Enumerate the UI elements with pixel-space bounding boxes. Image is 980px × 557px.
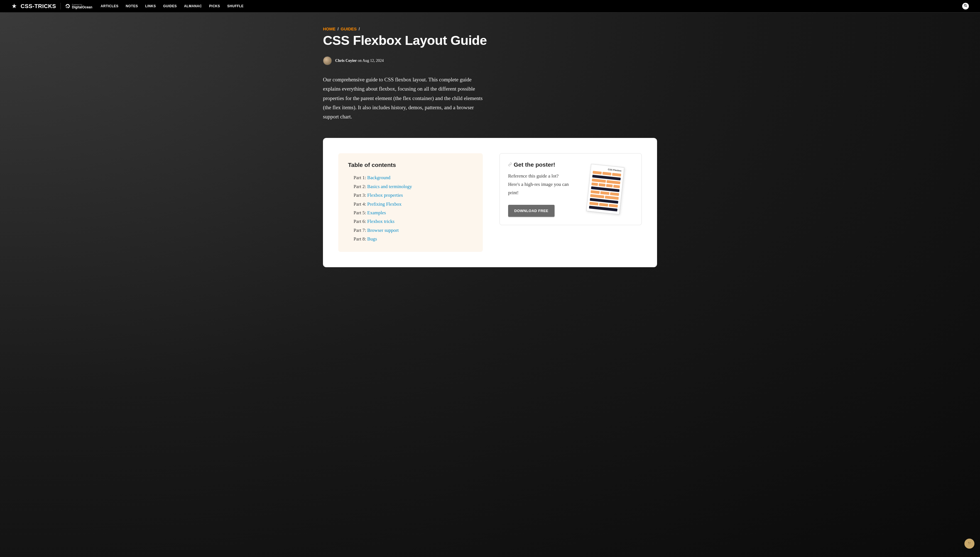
nav-almanac[interactable]: ALMANAC <box>184 4 202 8</box>
poster-image[interactable]: CSS Flexbox <box>578 161 633 217</box>
intro-text: Our comprehensive guide to CSS flexbox l… <box>323 75 484 121</box>
breadcrumb-sep: / <box>337 26 339 31</box>
search-button[interactable] <box>962 3 969 10</box>
toc-item: Part 5: Examples <box>354 208 473 217</box>
cookie-settings-button[interactable] <box>964 539 974 549</box>
logo-text: CSS-TRICKS <box>21 3 56 10</box>
nav-shuffle[interactable]: SHUFFLE <box>227 4 243 8</box>
digitalocean-badge[interactable]: Powered by DigitalOcean <box>65 3 92 9</box>
nav-picks[interactable]: PICKS <box>209 4 220 8</box>
nav-links[interactable]: LINKS <box>145 4 156 8</box>
main-nav: ARTICLES NOTES LINKS GUIDES ALMANAC PICK… <box>101 4 244 8</box>
toc-item: Part 7: Browser support <box>354 226 473 235</box>
toc-item: Part 3: Flexbox properties <box>354 191 473 200</box>
page-title: CSS Flexbox Layout Guide <box>323 33 657 48</box>
link-icon[interactable] <box>508 163 512 167</box>
page-wrap: HOME / GUIDES / CSS Flexbox Layout Guide… <box>0 13 980 557</box>
logo-group[interactable]: CSS-TRICKS Powered by DigitalOcean <box>11 3 92 10</box>
cookie-icon <box>967 540 972 547</box>
breadcrumb-guides[interactable]: GUIDES <box>341 26 357 31</box>
powered-by-name: DigitalOcean <box>72 6 92 9</box>
toc-item: Part 4: Prefixing Flexbox <box>354 200 473 208</box>
header-bar: CSS-TRICKS Powered by DigitalOcean ARTIC… <box>0 0 980 13</box>
toc-link-properties[interactable]: Flexbox properties <box>367 192 403 198</box>
svg-point-5 <box>969 543 969 544</box>
toc-item: Part 1: Background <box>354 173 473 182</box>
nav-guides[interactable]: GUIDES <box>163 4 177 8</box>
toc-box: Table of contents Part 1: Background Par… <box>338 153 483 252</box>
svg-point-0 <box>964 4 966 6</box>
svg-point-4 <box>970 542 970 543</box>
nav-notes[interactable]: NOTES <box>126 4 138 8</box>
author-date-prefix: on <box>357 59 362 63</box>
poster-title: Get the poster! <box>514 161 555 168</box>
svg-point-2 <box>967 541 972 545</box>
toc-link-basics[interactable]: Basics and terminology <box>367 184 412 189</box>
author-name[interactable]: Chris Coyier <box>335 59 357 63</box>
poster-content: Get the poster! Reference this guide a l… <box>508 161 569 217</box>
author-text: Chris Coyier on Aug 12, 2024 <box>335 59 384 63</box>
poster-mockup: CSS Flexbox <box>586 164 624 215</box>
search-icon <box>964 3 967 9</box>
avatar[interactable] <box>323 56 332 65</box>
content-container: HOME / GUIDES / CSS Flexbox Layout Guide… <box>317 26 663 267</box>
svg-point-3 <box>968 542 969 543</box>
svg-point-6 <box>970 543 970 544</box>
toc-list: Part 1: Background Part 2: Basics and te… <box>348 173 473 244</box>
logo-separator <box>60 3 61 10</box>
article-body: Table of contents Part 1: Background Par… <box>323 138 657 267</box>
download-button[interactable]: DOWNLOAD FREE <box>508 205 555 217</box>
toc-link-browser-support[interactable]: Browser support <box>367 228 399 233</box>
digitalocean-icon <box>65 3 70 9</box>
toc-link-tricks[interactable]: Flexbox tricks <box>367 219 394 224</box>
svg-line-1 <box>966 6 967 7</box>
toc-item: Part 8: Bugs <box>354 235 473 243</box>
poster-box: Get the poster! Reference this guide a l… <box>500 153 642 225</box>
toc-item: Part 6: Flexbox tricks <box>354 217 473 226</box>
breadcrumb-home[interactable]: HOME <box>323 26 336 31</box>
toc-title: Table of contents <box>348 161 473 168</box>
toc-link-prefixing[interactable]: Prefixing Flexbox <box>367 202 401 207</box>
author-row: Chris Coyier on Aug 12, 2024 <box>323 56 657 65</box>
breadcrumb-sep: / <box>359 26 360 31</box>
toc-item: Part 2: Basics and terminology <box>354 182 473 191</box>
toc-link-background[interactable]: Background <box>367 175 390 180</box>
author-date: Aug 12, 2024 <box>362 59 384 63</box>
nav-articles[interactable]: ARTICLES <box>101 4 118 8</box>
toc-link-bugs[interactable]: Bugs <box>367 236 377 241</box>
breadcrumb: HOME / GUIDES / <box>323 26 657 31</box>
poster-text: Reference this guide a lot? Here's a hig… <box>508 172 569 197</box>
star-icon <box>11 3 17 9</box>
toc-link-examples[interactable]: Examples <box>367 210 386 215</box>
